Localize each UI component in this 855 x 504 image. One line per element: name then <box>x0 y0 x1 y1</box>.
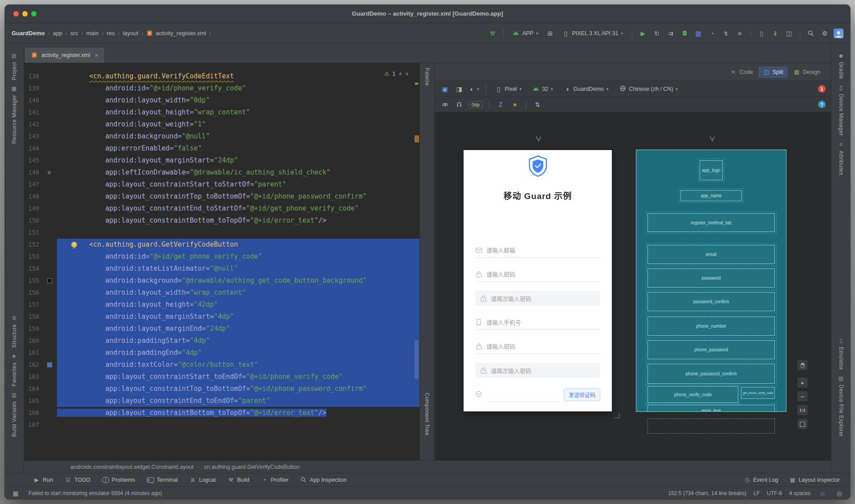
code-line[interactable]: 150 app:layout_constraintBottom_toTopOf=… <box>24 215 419 227</box>
apply-code-changes-icon[interactable]: ⇉ <box>666 28 676 38</box>
line-number[interactable]: 145 <box>24 154 39 167</box>
coverage-icon[interactable]: ▥ <box>693 28 703 38</box>
gutter[interactable] <box>42 179 57 191</box>
gutter[interactable] <box>42 82 57 94</box>
next-issue-icon[interactable]: ∨ <box>405 71 409 77</box>
toolwindow-run[interactable]: ▶Run <box>33 476 53 484</box>
line-number[interactable]: 156 <box>24 287 39 299</box>
line-number[interactable]: 146 <box>24 167 39 179</box>
gutter[interactable] <box>42 359 57 371</box>
breadcrumb-item[interactable]: src <box>70 30 78 37</box>
tool-stripe-emulator[interactable]: ▯Emulator <box>838 337 845 370</box>
zoom-out-button[interactable]: − <box>797 391 808 402</box>
toolwindow-build[interactable]: ⚒Build <box>227 476 249 484</box>
code-line[interactable]: 144 app:errorEnabled="false" <box>24 142 419 154</box>
code-line[interactable]: 146⊘ app:leftIconDrawable="@drawable/ic_… <box>24 167 419 179</box>
gutter[interactable] <box>42 130 57 142</box>
blueprint-box-app_logo[interactable]: app_logo <box>700 160 723 180</box>
line-number[interactable]: 154 <box>24 263 39 275</box>
gutter[interactable] <box>42 118 57 130</box>
apply-changes-icon[interactable]: ↻ <box>652 28 662 38</box>
tool-stripe-gradle[interactable]: ◆Gradle <box>838 52 845 79</box>
gutter[interactable] <box>42 395 57 407</box>
editor-scrollbar[interactable] <box>415 340 419 379</box>
code-line[interactable]: 143 android:background="@null" <box>24 130 419 142</box>
line-number[interactable]: 144 <box>24 142 39 154</box>
gutter[interactable] <box>42 215 57 227</box>
line-number[interactable]: 157 <box>24 299 39 311</box>
preview-field[interactable]: 请输入手机号 <box>475 315 600 330</box>
gutter[interactable] <box>42 227 57 239</box>
preview-field[interactable]: 请再次输入密码 <box>475 363 600 378</box>
gutter[interactable] <box>42 239 57 251</box>
breadcrumb-item[interactable]: res <box>107 30 115 37</box>
run-icon[interactable]: ▶ <box>638 28 648 38</box>
line-number[interactable]: 163 <box>24 371 39 383</box>
inspections-widget[interactable]: ⚠ 1 ∧ ∨ <box>384 70 409 77</box>
tool-stripe-attributes[interactable]: ≡Attributes <box>838 141 845 175</box>
avd-manager-icon[interactable]: ◫ <box>784 28 794 38</box>
gutter[interactable] <box>42 70 57 82</box>
profile-icon[interactable]: ◔ <box>707 28 717 38</box>
profile-avatar[interactable] <box>834 28 843 38</box>
view-toggle-code[interactable]: ≡Code <box>725 66 757 78</box>
line-number[interactable]: 160 <box>24 335 39 347</box>
blueprint-box-password[interactable]: password <box>647 268 775 288</box>
toolwindow-terminal[interactable]: >_Terminal <box>147 477 178 483</box>
preview-resize-handle[interactable] <box>615 413 619 418</box>
run-config-select[interactable]: APP▾ <box>509 28 542 38</box>
zoom-fit-button[interactable]: ▢ <box>797 419 808 429</box>
stop-icon[interactable]: ■ <box>735 28 745 38</box>
preview-field[interactable]: 请输入密码 <box>475 267 600 282</box>
theme-select[interactable]: ◑GuardDemo▾ <box>561 84 612 94</box>
code-line[interactable]: 147 app:layout_constraintStart_toStartOf… <box>24 179 419 191</box>
gutter[interactable] <box>42 407 57 419</box>
blueprint-box-phone_password_confirm[interactable]: phone_password_confirm <box>647 364 775 384</box>
gutter[interactable] <box>42 347 57 359</box>
minimize-window-icon[interactable] <box>22 11 28 16</box>
clear-constraints-icon[interactable]: Z <box>496 100 505 110</box>
blueprint-box-phone_number[interactable]: phone_number <box>647 317 775 336</box>
color-mode-icon[interactable]: ◐▾ <box>468 84 479 94</box>
gutter[interactable] <box>42 251 57 263</box>
breadcrumb-item[interactable]: layout <box>123 30 138 37</box>
issues-badge[interactable]: 1 <box>818 85 826 93</box>
xml-breadcrumb-item[interactable]: androidx.constraintlayout.widget.Constra… <box>70 464 194 470</box>
autoconnect-icon[interactable] <box>454 100 464 110</box>
code-line[interactable]: 141 android:layout_height="wrap_content" <box>24 106 419 118</box>
gutter[interactable] <box>42 419 57 431</box>
code-line[interactable]: 164 app:layout_constraintTop_toBottomOf=… <box>24 383 419 395</box>
code-line[interactable]: 149 app:layout_constraintEnd_toStartOf="… <box>24 203 419 215</box>
blueprint-box-register_method_tab[interactable]: register_method_tab <box>647 213 775 232</box>
blueprint-box-phone_verify_code[interactable]: phone_verify_code <box>647 386 738 403</box>
device-manager-icon[interactable]: ▯ <box>757 28 766 38</box>
blueprint-box-phone_password[interactable]: phone_password <box>647 340 775 359</box>
preview-verify-row[interactable]: 发送验证码 <box>475 387 600 402</box>
indent-select[interactable]: 4 spaces <box>789 490 810 496</box>
code-line[interactable]: 159 android:layout_marginEnd="24dp" <box>24 323 419 335</box>
line-number[interactable]: 155 <box>24 275 39 287</box>
code-line[interactable]: 153 android:id="@+id/get_phone_verify_co… <box>24 251 419 263</box>
pan-hand-icon[interactable] <box>797 360 808 370</box>
line-number[interactable]: 161 <box>24 347 39 359</box>
line-number[interactable]: 152 <box>24 239 39 251</box>
verify-code-input[interactable] <box>486 387 560 402</box>
view-toggle-design[interactable]: ▦Design <box>789 66 825 78</box>
line-number[interactable]: 162 <box>24 359 39 371</box>
code-line[interactable]: 161 android:paddingEnd="4dp" <box>24 347 419 359</box>
code-editor[interactable]: 138 <cn.authing.guard.VerifyCodeEditText… <box>24 63 419 460</box>
line-number[interactable]: 164 <box>24 383 39 395</box>
tool-stripe-resource-manager[interactable]: ▦Resource Manager <box>11 85 18 144</box>
toolwindow-problems[interactable]: iProblems <box>102 477 135 483</box>
gutter[interactable] <box>42 275 57 287</box>
breadcrumb-item[interactable]: main <box>86 30 98 37</box>
settings-icon[interactable]: ⚙ <box>820 28 830 38</box>
line-number[interactable]: 159 <box>24 323 39 335</box>
code-line[interactable]: 157 android:layout_height="42dp" <box>24 299 419 311</box>
notifications-icon[interactable]: ◎ <box>835 488 844 498</box>
code-line[interactable]: 138 <cn.authing.guard.VerifyCodeEditText <box>24 70 419 82</box>
gutter[interactable] <box>42 311 57 323</box>
code-line[interactable]: 148 app:layout_constraintTop_toBottomOf=… <box>24 191 419 203</box>
gutter[interactable] <box>42 299 57 311</box>
view-toggle-split[interactable]: ◫Split <box>758 66 788 78</box>
